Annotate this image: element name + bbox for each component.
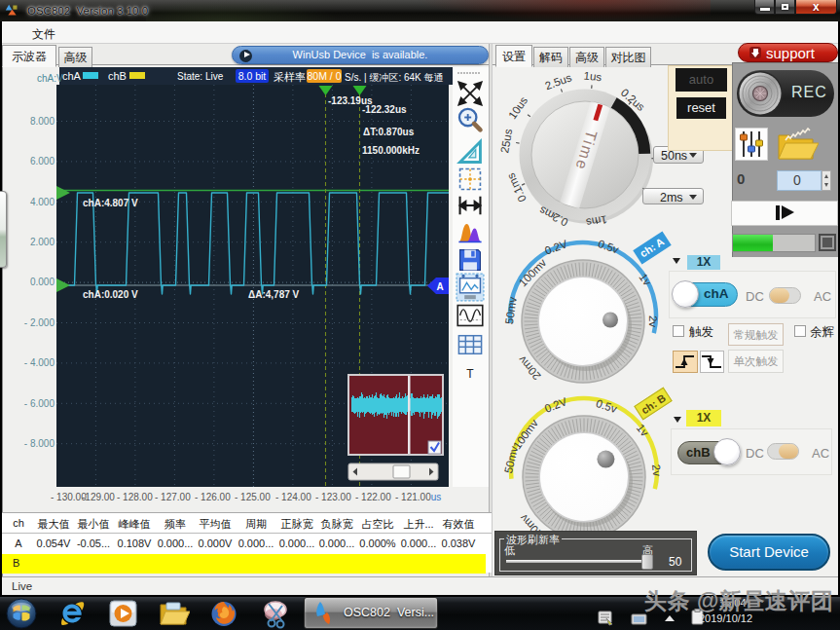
svg-text:10us: 10us [506, 94, 530, 122]
svg-text:1us: 1us [583, 70, 603, 84]
svg-text:50mv: 50mv [502, 445, 520, 474]
svg-text:2v: 2v [650, 463, 663, 476]
svg-text:1150.000kHz: 1150.000kHz [362, 145, 420, 156]
svg-text:50mv: 50mv [503, 296, 519, 325]
svg-text:T: T [466, 367, 474, 381]
svg-text:2.5us: 2.5us [543, 71, 573, 92]
svg-text:0.5v: 0.5v [597, 238, 621, 255]
svg-text:ΔA:4,787 V: ΔA:4,787 V [248, 289, 300, 300]
svg-text:-122.32us: -122.32us [362, 104, 407, 115]
svg-text:25us: 25us [498, 128, 514, 154]
svg-text:0.2V: 0.2V [543, 395, 569, 415]
svg-text:chA:0.020 V: chA:0.020 V [83, 289, 138, 300]
svg-text:2v: 2v [647, 315, 659, 327]
svg-text:0.2V: 0.2V [543, 238, 569, 256]
svg-text:ΔT:0.870us: ΔT:0.870us [363, 127, 415, 137]
svg-text:chA:4.807 V: chA:4.807 V [83, 198, 138, 208]
svg-text:0.5v: 0.5v [595, 397, 619, 415]
svg-text:A: A [436, 281, 443, 292]
